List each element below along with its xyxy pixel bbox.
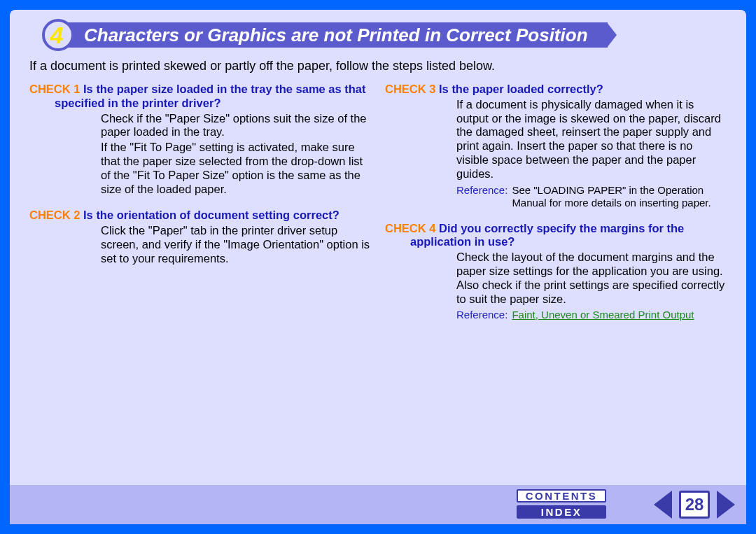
page: 4 Characters or Graphics are not Printed… <box>10 10 746 524</box>
reference-label: Reference: <box>456 309 512 321</box>
page-nav: 28 <box>654 485 735 524</box>
check-4-question: Did you correctly specify the margins fo… <box>410 222 684 248</box>
check-2-body-1: Click the "Paper" tab in the printer dri… <box>29 224 371 265</box>
section-number: 4 <box>50 22 64 49</box>
section-number-badge: 4 <box>42 19 74 51</box>
page-number: 28 <box>685 495 704 514</box>
check-3-heading: CHECK 3 Is the paper loaded correctly? <box>385 83 727 97</box>
check-1-question: Is the paper size loaded in the tray the… <box>55 83 366 109</box>
title-cap-decoration <box>607 22 617 48</box>
contents-button[interactable]: CONTENTS <box>517 489 606 503</box>
right-column: CHECK 3 Is the paper loaded correctly? I… <box>385 83 727 334</box>
contents-button-label: CONTENTS <box>526 490 598 502</box>
page-number-box: 28 <box>679 491 710 519</box>
check-4-label: CHECK 4 <box>385 222 435 234</box>
check-3-body-1: If a document is physically damaged when… <box>385 98 727 181</box>
check-2: CHECK 2 Is the orientation of document s… <box>29 209 371 265</box>
check-1: CHECK 1 Is the paper size loaded in the … <box>29 83 371 196</box>
check-3-reference-text: See "LOADING PAPER" in the Operation Man… <box>512 184 727 209</box>
check-4-body-1: Check the layout of the document margins… <box>385 251 727 306</box>
check-1-heading: CHECK 1 Is the paper size loaded in the … <box>29 83 371 111</box>
check-1-body-2: If the "Fit To Page" setting is activate… <box>29 141 371 196</box>
check-3-label: CHECK 3 <box>385 83 435 95</box>
check-4-reference: Reference: Faint, Uneven or Smeared Prin… <box>385 309 727 321</box>
check-3: CHECK 3 Is the paper loaded correctly? I… <box>385 83 727 209</box>
check-2-label: CHECK 2 <box>29 209 80 221</box>
index-button[interactable]: INDEX <box>517 505 606 519</box>
check-3-question: Is the paper loaded correctly? <box>439 83 603 95</box>
intro-text: If a document is printed skewed or partl… <box>29 59 727 73</box>
section-title: Characters or Graphics are not Printed i… <box>62 22 608 48</box>
check-1-body-1: Check if the "Paper Size" options suit t… <box>29 112 371 140</box>
footer-buttons: CONTENTS INDEX <box>517 489 606 519</box>
index-button-label: INDEX <box>541 506 582 518</box>
check-4-reference-link[interactable]: Faint, Uneven or Smeared Print Output <box>512 309 694 321</box>
check-4-heading: CHECK 4 Did you correctly specify the ma… <box>385 222 727 250</box>
check-2-heading: CHECK 2 Is the orientation of document s… <box>29 209 371 223</box>
left-column: CHECK 1 Is the paper size loaded in the … <box>29 83 371 334</box>
check-4: CHECK 4 Did you correctly specify the ma… <box>385 222 727 322</box>
reference-label: Reference: <box>456 184 512 209</box>
check-2-question: Is the orientation of document setting c… <box>83 209 340 221</box>
content-columns: CHECK 1 Is the paper size loaded in the … <box>29 83 727 334</box>
check-3-reference: Reference: See "LOADING PAPER" in the Op… <box>385 184 727 209</box>
check-1-label: CHECK 1 <box>29 83 80 95</box>
prev-page-button[interactable] <box>654 491 672 519</box>
section-header: 4 Characters or Graphics are not Printed… <box>42 19 617 51</box>
next-page-button[interactable] <box>717 491 735 519</box>
footer-bar: CONTENTS INDEX 28 <box>10 485 746 524</box>
